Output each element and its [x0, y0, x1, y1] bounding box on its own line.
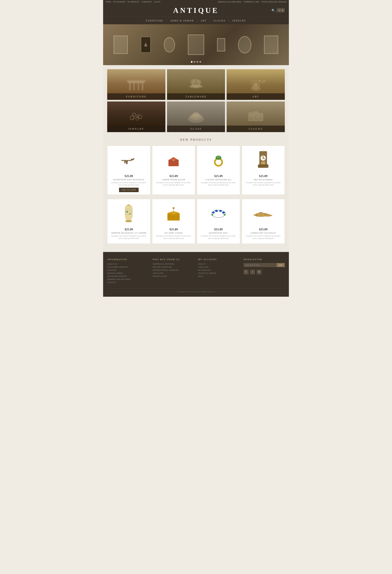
footer-search-terms[interactable]: SEARCH TERMS [107, 272, 149, 274]
product-name-5: TEMPOR INCIDIDUNT UT LABORE [110, 232, 148, 234]
twitter-icon[interactable]: 𝕏 [244, 269, 248, 274]
product-desc-8: Excepteur sint occaecat cupidatat non pr… [244, 235, 282, 239]
hero-figure: ♟ [141, 37, 151, 53]
nav-home[interactable]: HOME [105, 1, 111, 3]
product-card-4[interactable]: $25.89 SED DO EIUSMOD Excepteur sint occ… [242, 145, 285, 195]
hero-dot-3[interactable] [197, 61, 198, 63]
product-desc-4: Excepteur sint occaecat cupidatat non pr… [244, 182, 282, 186]
add-to-cart-button-1[interactable]: ADD TO CART [119, 188, 139, 192]
language-selector[interactable]: YOUR LANGUAGE: ENGLISH [261, 1, 287, 3]
footer-contact[interactable]: CONTACT [107, 281, 149, 284]
footer-shipping-returns[interactable]: SHIPPING & RETURNS [153, 263, 194, 265]
product-desc-1: Excepteur sint occaecat cupidatat non pr… [110, 182, 148, 186]
nav-checkout[interactable]: CHECKOUT [142, 1, 152, 3]
footer-group-sales[interactable]: GROUP SALES [153, 275, 194, 277]
product-image-4 [244, 148, 282, 173]
frame-deco-6 [264, 36, 278, 54]
nav-account[interactable]: MY ACCOUNT [113, 1, 125, 3]
svg-point-61 [211, 214, 213, 216]
tableware-svg [186, 75, 206, 94]
cart-icon: 🛒 [278, 9, 281, 12]
vase-svg [123, 204, 134, 224]
product-price-7: $25.89 [200, 228, 237, 231]
product-desc-6: Excepteur sint occaecat cupidatat non pr… [155, 235, 193, 239]
product-name-6: SIT AMET CONSE [155, 232, 193, 234]
jewelry-label: JEWELRY [107, 125, 165, 132]
site-logo[interactable]: ANTIQUE [107, 6, 285, 15]
nav-furniture[interactable]: FURNITURE [146, 19, 163, 22]
category-clocks[interactable]: CLOCKS [227, 102, 285, 132]
footer-international-shipping[interactable]: INTERNATIONAL SHIPPING [153, 269, 194, 271]
footer-about-us[interactable]: ABOUT US [107, 263, 149, 265]
hero-dots [191, 61, 201, 63]
header-icons: 🔍 🛒 0 [271, 8, 285, 12]
category-glass[interactable]: GLASS [167, 102, 225, 132]
svg-point-64 [265, 214, 266, 216]
nav-arms-armor[interactable]: ARMS & ARMOR [170, 19, 194, 22]
footer-view-cart[interactable]: VIEW CART [198, 266, 240, 268]
product-name-1: EXCEPTEUR SINT OCCAECAT [110, 179, 148, 181]
product-name-8: LOREM SINT OCCAECAT [244, 232, 282, 234]
footer-sign-in[interactable]: SIGN IN [198, 263, 240, 265]
footer-advanced-search[interactable]: ADVANCED SEARCH [107, 275, 149, 277]
clocks-label: CLOCKS [227, 125, 285, 132]
currency-selector[interactable]: CURRENCY: USD [244, 1, 259, 3]
bracelet-svg [209, 208, 228, 220]
footer-site-map[interactable]: SITE MAP [107, 269, 149, 271]
product-card-3[interactable]: $25.89 CTETUR ADIPISCING ELI Excepteur s… [197, 145, 240, 195]
nav-jewelry[interactable]: JEWELRY [232, 19, 246, 22]
svg-point-62 [256, 213, 258, 217]
welcome-text: Welcome to our online store! [218, 1, 241, 3]
hero-dot-1[interactable] [191, 61, 192, 63]
rss-icon[interactable]: ⊕ [257, 269, 262, 274]
footer-orders-returns[interactable]: ORDERS AND RETURNS [107, 278, 149, 280]
product-image-2 [155, 148, 193, 173]
nav-sep-3: | [209, 19, 210, 22]
svg-point-54 [173, 207, 174, 209]
newsletter-submit-button[interactable]: GO! [277, 263, 285, 267]
category-furniture[interactable]: FURNITURE [107, 69, 165, 100]
category-tableware[interactable]: TABLEWARE [167, 69, 225, 100]
svg-point-17 [130, 116, 134, 120]
nav-clocks[interactable]: CLOCKS [213, 19, 226, 22]
svg-rect-3 [127, 80, 145, 82]
footer-affiliates[interactable]: AFFILIATES [153, 272, 194, 274]
hero-dot-2[interactable] [194, 61, 195, 63]
product-card-8[interactable]: $25.89 LOREM SINT OCCAECAT Excepteur sin… [242, 199, 285, 244]
svg-rect-30 [121, 160, 122, 161]
copyright-text: © Copyright Antique Store 2013. All Righ… [177, 291, 215, 293]
product-image-1 [110, 148, 148, 173]
product-card-7[interactable]: $25.89 EXCEPTEUR SINT Excepteur sint occ… [197, 199, 240, 244]
product-card-2[interactable]: $25.89 LOREM IPSUM DOLOR Excepteur sint … [152, 145, 195, 195]
product-desc-2: Excepteur sint occaecat cupidatat non pr… [155, 182, 193, 186]
category-jewelry[interactable]: JEWELRY [107, 102, 165, 132]
product-image-6 [155, 202, 193, 226]
product-name-4: SED DO EIUSMOD [244, 179, 282, 181]
newsletter-email-input[interactable] [244, 263, 277, 267]
footer-track-order[interactable]: TRACK MY ORDER [198, 272, 240, 274]
footer-customer-service[interactable]: CUSTOMER SERVICE [107, 266, 149, 268]
footer-newsletter-title: NEWSLETTER [244, 258, 285, 261]
search-button[interactable]: 🔍 [271, 9, 275, 12]
hero-decoration: ♟ [103, 24, 289, 65]
product-price-6: $25.89 [155, 228, 193, 231]
product-card-1[interactable]: $25.89 EXCEPTEUR SINT OCCAECAT Excepteur… [107, 145, 150, 195]
cart-button[interactable]: 🛒 0 [277, 8, 285, 12]
facebook-icon[interactable]: f [250, 269, 255, 274]
category-art[interactable]: P-2013 ART [227, 69, 285, 100]
svg-point-9 [190, 79, 195, 84]
footer-help[interactable]: HELP [198, 275, 240, 277]
footer-secure-shopping[interactable]: SECURE SHOPPING [153, 266, 194, 268]
nav-wishlist[interactable]: MY WISHLIST [128, 1, 140, 3]
svg-point-63 [261, 213, 262, 216]
hero-dot-4[interactable] [200, 61, 201, 63]
new-products-title: NEW PRODUCTS [107, 138, 285, 142]
footer-my-wishlist[interactable]: MY WISHLIST [198, 269, 240, 271]
products-grid-row2: $25.89 TEMPOR INCIDIDUNT UT LABORE Excep… [107, 199, 285, 244]
footer-info-title: INFORMATION [107, 258, 149, 261]
header: ANTIQUE 🔍 🛒 0 [103, 4, 289, 17]
nav-login[interactable]: LOG IN [154, 1, 161, 3]
product-card-5[interactable]: $25.89 TEMPOR INCIDIDUNT UT LABORE Excep… [107, 199, 150, 244]
product-card-6[interactable]: $25.89 SIT AMET CONSE Excepteur sint occ… [152, 199, 195, 244]
nav-art[interactable]: ART [201, 19, 206, 22]
